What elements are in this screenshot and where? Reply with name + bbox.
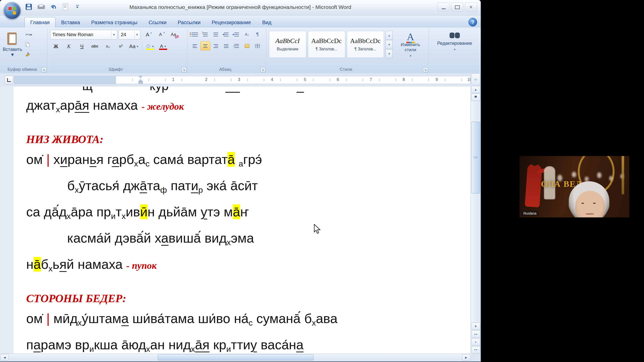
style-name: Выделение xyxy=(277,47,298,51)
tab-page-layout[interactable]: Разметка страницы xyxy=(85,17,143,27)
styles-scroll-up-button[interactable]: ▲ xyxy=(385,31,393,40)
italic-button[interactable]: К xyxy=(63,42,75,51)
split-view-button[interactable]: ▀ xyxy=(471,94,480,101)
tab-home[interactable]: Главная xyxy=(24,17,55,27)
align-center-button[interactable] xyxy=(201,41,210,50)
tab-insert[interactable]: Вставка xyxy=(55,17,85,27)
indent-markers[interactable] xyxy=(138,76,142,83)
format-painter-button[interactable] xyxy=(24,50,41,58)
shrink-font-button[interactable] xyxy=(155,30,166,39)
left-indent-marker[interactable] xyxy=(139,81,143,83)
tab-references[interactable]: Ссылки xyxy=(143,17,172,27)
vertical-scroll-track[interactable] xyxy=(471,101,481,322)
show-marks-button[interactable] xyxy=(253,30,262,39)
screen-background: Маханьяса полностью_книжка [Режим ограни… xyxy=(0,0,644,362)
font-dialog-launcher[interactable]: ↘ xyxy=(181,67,187,72)
close-button[interactable]: × xyxy=(465,3,477,12)
bold-button[interactable]: Ж xyxy=(50,42,62,51)
numbering-button[interactable] xyxy=(201,30,210,39)
increase-indent-button[interactable] xyxy=(232,30,241,39)
style-item-heading1[interactable]: AaBbCcDc ¶ Заголов... xyxy=(308,31,345,58)
style-item-emphasis[interactable]: AaBbCcI Выделение xyxy=(269,31,306,58)
horizontal-scrollbar[interactable]: ◀ ▶ xyxy=(0,354,471,361)
webcam-overlay[interactable]: ОЛА ВЕД Ruslana xyxy=(520,156,629,217)
copy-icon xyxy=(25,42,30,46)
align-left-button[interactable] xyxy=(190,41,200,50)
minimize-button[interactable] xyxy=(437,3,450,12)
chevron-down-icon: ▼ xyxy=(152,45,154,48)
chevron-down-icon: ▼ xyxy=(134,31,140,38)
minimize-icon xyxy=(442,8,446,9)
multilevel-list-button[interactable] xyxy=(211,30,221,39)
font-color-icon: А xyxy=(160,44,163,49)
tab-review[interactable]: Рецензирование xyxy=(206,17,256,27)
tab-selector-button[interactable] xyxy=(5,76,13,84)
vertical-scrollbar[interactable]: ▭ ▲ ▀ ▼ xyxy=(470,73,481,354)
font-size-select[interactable]: 24 ▼ xyxy=(119,30,140,39)
subscript-button[interactable]: x₂ xyxy=(102,42,114,51)
clipboard-minis: ✂ xyxy=(24,30,41,66)
print-preview-button[interactable] xyxy=(61,3,70,11)
strikethrough-button[interactable]: abc xyxy=(89,42,101,51)
clipboard-dialog-launcher[interactable]: ↘ xyxy=(41,67,47,72)
copy-button[interactable] xyxy=(24,40,41,48)
editing-button[interactable]: Редактирование ▼ xyxy=(434,30,475,53)
ruler-toggle-button[interactable]: ▭ xyxy=(471,74,480,85)
document-lines: щ кур __ _джатхара̄я намаха - желудокНИЗ… xyxy=(13,87,471,354)
borders-button[interactable] xyxy=(253,41,262,50)
styles-more-button[interactable]: ▼ xyxy=(385,49,393,58)
cut-button[interactable]: ✂ xyxy=(24,31,41,38)
first-line-indent-marker[interactable] xyxy=(138,76,142,78)
undo-button[interactable] xyxy=(49,3,58,11)
tab-view[interactable]: Вид xyxy=(257,17,277,27)
horizontal-ruler[interactable]: 12345678910 xyxy=(14,76,470,84)
office-button[interactable] xyxy=(4,2,21,19)
styles-scroll-down-button[interactable]: ▼ xyxy=(385,40,393,49)
print-button[interactable] xyxy=(37,3,45,11)
editing-group: Редактирование ▼ xyxy=(430,29,480,73)
highlight-color-button[interactable]: ▼ xyxy=(144,42,156,51)
webcam-gold-pillar xyxy=(622,156,624,194)
sort-button[interactable] xyxy=(242,30,252,39)
underline-button[interactable]: Ч xyxy=(76,42,88,51)
select-browse-object-button[interactable] xyxy=(471,338,480,346)
tab-mailings[interactable]: Рассылки xyxy=(172,17,206,27)
justify-button[interactable] xyxy=(221,41,231,50)
styles-group: AaBbCcI Выделение AaBbCcDc ¶ Заголов... … xyxy=(267,29,429,73)
font-color-button[interactable]: А▼ xyxy=(157,42,169,51)
vertical-scroll-thumb[interactable] xyxy=(471,122,480,193)
maximize-button[interactable] xyxy=(451,3,463,12)
change-styles-button[interactable]: А Изменить стили ▼ xyxy=(394,30,426,60)
paste-button[interactable]: Вставить ▼ xyxy=(3,30,22,62)
clear-formatting-button[interactable] xyxy=(168,30,179,39)
align-right-button[interactable] xyxy=(211,41,221,50)
help-button[interactable]: ? xyxy=(468,18,477,26)
font-family-select[interactable]: Times New Roman ▼ xyxy=(50,30,117,39)
numbering-icon xyxy=(203,33,208,36)
scroll-right-button[interactable]: ▶ xyxy=(462,354,470,361)
next-page-button[interactable] xyxy=(471,346,480,354)
previous-page-button[interactable] xyxy=(471,330,480,338)
styles-dialog-launcher[interactable]: ↘ xyxy=(423,67,428,72)
pilcrow-icon xyxy=(256,32,259,37)
scrollbar-corner xyxy=(471,354,481,361)
change-case-button[interactable]: Аа▼ xyxy=(128,42,140,51)
line-spacing-button[interactable] xyxy=(232,41,241,50)
paragraph-dialog-launcher[interactable]: ↘ xyxy=(260,67,265,72)
scroll-up-button[interactable]: ▲ xyxy=(471,86,480,93)
bullets-button[interactable] xyxy=(190,30,200,39)
decrease-indent-button[interactable] xyxy=(221,30,231,39)
save-button[interactable] xyxy=(24,3,33,11)
horizontal-scroll-thumb[interactable] xyxy=(158,354,313,360)
document-area[interactable]: щ кур __ _джатхара̄я намаха - желудокНИЗ… xyxy=(13,87,471,354)
shading-button[interactable] xyxy=(242,41,252,50)
qat-customize-button[interactable] xyxy=(73,3,82,11)
bullets-icon xyxy=(192,33,198,36)
scroll-left-button[interactable]: ◀ xyxy=(1,354,9,361)
grow-font-button[interactable] xyxy=(142,30,153,39)
style-item-heading2[interactable]: AaBbCcDc ¶ Заголов... xyxy=(347,31,384,58)
highlighter-icon xyxy=(146,45,151,48)
scroll-down-button[interactable]: ▼ xyxy=(471,323,480,330)
superscript-button[interactable]: x² xyxy=(115,42,127,51)
styles-group-label: Стили xyxy=(267,67,425,72)
